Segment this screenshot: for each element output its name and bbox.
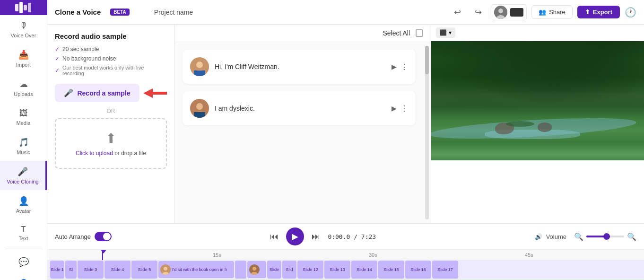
slides-list: Hi, I'm Cliff Weitzman. ▶ ⋮ — [175, 42, 423, 223]
svg-point-17 — [164, 267, 167, 271]
undo-button[interactable]: ↩ — [449, 4, 465, 20]
media-icon: 🖼 — [19, 108, 28, 118]
export-button[interactable]: ⬆ Export — [577, 6, 620, 18]
scroll-bar[interactable] — [425, 46, 429, 219]
bottom-area: Auto Arrange ⏮ ▶ ⏭ 0:00.0 / 7:23 — [47, 223, 644, 280]
slide-chip-6 — [235, 261, 246, 279]
check-item-1: ✓ 20 sec sample — [55, 46, 167, 52]
export-label: Export — [593, 9, 612, 16]
chat-icon: 💬 — [18, 257, 29, 267]
slide-chip-1: Slide 1 — [50, 261, 64, 279]
slide-chip-15: Slide 15 — [378, 261, 404, 279]
slide-actions-1: ▶ ⋮ — [392, 62, 408, 71]
history-button[interactable]: 🕐 — [625, 7, 636, 18]
import-icon: 📥 — [18, 50, 29, 60]
timeline-track: 15s 30s 45s Slide 1 Sl Slide 3 Slide 4 S… — [47, 250, 644, 280]
sidebar-label-music: Music — [17, 149, 30, 155]
left-panel-title: Record audio sample — [55, 32, 167, 40]
share-button[interactable]: 👥 Share — [531, 5, 573, 19]
slide-chip-text-2 — [247, 261, 266, 278]
check-icon-1: ✓ — [55, 46, 60, 52]
record-sample-button[interactable]: 🎤 Record a sample — [55, 84, 139, 102]
preview-mode-button[interactable]: ⬛ ▾ — [436, 27, 455, 38]
check-item-2: ✓ No background noise — [55, 55, 167, 62]
user-avatar — [494, 6, 507, 19]
sidebar-item-voice-cloning[interactable]: 🎤 Voice Cloning — [0, 161, 47, 190]
time-display: 0:00.0 / 7:23 — [328, 233, 376, 240]
sidebar-item-text[interactable]: T Text — [0, 219, 47, 247]
zoom-out-button[interactable]: 🔍 — [574, 232, 583, 241]
avatar-icon: 👤 — [18, 196, 29, 206]
svg-rect-3 — [28, 3, 31, 12]
skip-back-button[interactable]: ⏮ — [270, 232, 278, 242]
mic-icon: 🎤 — [64, 88, 73, 97]
check-icon-3: ✓ — [55, 67, 60, 74]
preview-toolbar: ⬛ ▾ — [431, 25, 644, 41]
checklist: ✓ 20 sec sample ✓ No background noise ✓ … — [55, 46, 167, 76]
zoom-thumb[interactable] — [603, 233, 610, 240]
volume-label: Volume — [546, 233, 566, 240]
topbar-actions: ↩ ↪ 👥 Share — [449, 4, 636, 20]
timeline-controls: Auto Arrange ⏮ ▶ ⏭ 0:00.0 / 7:23 — [47, 224, 644, 250]
auto-arrange-toggle[interactable] — [95, 232, 112, 241]
slide-item-1: Hi, I'm Cliff Weitzman. ▶ ⋮ — [183, 50, 416, 84]
app-logo — [0, 0, 47, 15]
check-label-2: No background noise — [62, 55, 116, 62]
music-icon: 🎵 — [18, 137, 29, 148]
voice-cloning-icon: 🎤 — [17, 166, 28, 177]
slide-chip-2: Sl — [65, 261, 77, 279]
left-panel: Record audio sample ✓ 20 sec sample ✓ No… — [47, 25, 175, 223]
sidebar-item-chat[interactable]: 💬 — [0, 251, 47, 273]
check-label-3: Our best model works only with live reco… — [62, 65, 167, 76]
slide-text-content-1: I'd sit with the book open in fr — [172, 267, 227, 272]
slide-chip-16: Slide 16 — [405, 261, 431, 279]
slide-avatar-1 — [190, 57, 209, 76]
slide-chip-7: Slide — [267, 261, 281, 279]
sidebar-divider — [5, 249, 42, 249]
sidebar-label-text: Text — [18, 236, 28, 241]
slide-text-1: Hi, I'm Cliff Weitzman. — [215, 63, 386, 70]
svg-rect-15 — [194, 112, 205, 118]
skip-forward-button[interactable]: ⏭ — [312, 232, 320, 242]
slide-item-2: I am dyslexic. ▶ ⋮ — [183, 91, 416, 125]
red-arrow-indicator — [143, 88, 167, 99]
play-button-2[interactable]: ▶ — [392, 105, 397, 112]
zoom-in-button[interactable]: 🔍 — [627, 232, 636, 241]
export-icon: ⬆ — [585, 9, 590, 16]
play-pause-button[interactable]: ▶ — [286, 228, 304, 245]
slide-chip-14: Slide 14 — [351, 261, 377, 279]
sidebar-item-profile[interactable]: 👤 — [0, 273, 47, 280]
playhead-triangle — [101, 250, 106, 254]
select-all-checkbox[interactable] — [416, 29, 423, 37]
volume-icon: 🔊 — [535, 233, 542, 240]
record-btn-label: Record a sample — [77, 89, 130, 97]
more-button-2[interactable]: ⋮ — [400, 104, 408, 113]
sidebar-label-uploads: Uploads — [14, 91, 33, 97]
slides-track: Slide 1 Sl Slide 3 Slide 4 Slide 5 I'd s… — [47, 260, 644, 279]
slide-chip-text-1: I'd sit with the book open in fr — [158, 261, 234, 278]
auto-arrange-label: Auto Arrange — [55, 233, 91, 240]
avatar-rect — [510, 8, 523, 17]
middle-header: Select All — [175, 25, 431, 42]
sidebar-item-import[interactable]: 📥 Import — [0, 44, 47, 73]
scroll-thumb — [425, 46, 429, 74]
play-button-1[interactable]: ▶ — [392, 63, 397, 70]
select-all-area: Select All — [383, 29, 423, 37]
uploads-icon: ☁ — [19, 79, 28, 89]
sidebar-label-voice-over: Voice Over — [11, 33, 36, 38]
slide-chip-13: Slide 13 — [324, 261, 350, 279]
upload-link[interactable]: Click to upload — [76, 150, 113, 157]
toggle-knob — [103, 233, 111, 240]
sidebar-item-media[interactable]: 🖼 Media — [0, 103, 47, 131]
sidebar-item-music[interactable]: 🎵 Music — [0, 131, 47, 161]
more-button-1[interactable]: ⋮ — [400, 62, 408, 71]
upload-area[interactable]: ⬆ Click to upload or drop a file — [55, 118, 167, 169]
slide-chip-17: Slide 17 — [432, 261, 458, 279]
time-total: 7:23 — [361, 233, 376, 240]
sidebar-item-uploads[interactable]: ☁ Uploads — [0, 73, 47, 103]
redo-button[interactable]: ↪ — [470, 4, 486, 20]
sidebar-item-voice-over[interactable]: 🎙 Voice Over — [0, 15, 47, 44]
svg-rect-11 — [194, 70, 205, 76]
svg-marker-7 — [143, 88, 167, 98]
sidebar-item-avatar[interactable]: 👤 Avatar — [0, 190, 47, 219]
